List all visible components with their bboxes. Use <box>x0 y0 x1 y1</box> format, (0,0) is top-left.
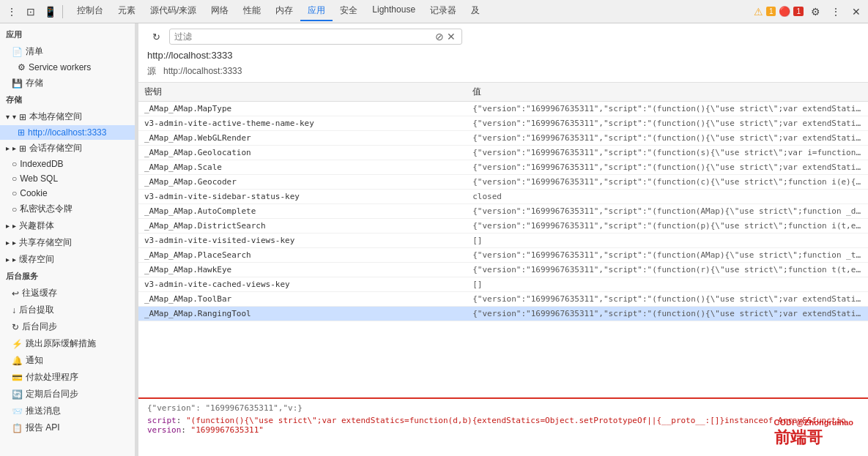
detail-header: {"version": "1699967635311","v:} <box>147 403 859 413</box>
sidebar-item-payment[interactable]: 💳 付款处理程序 <box>0 369 135 386</box>
tab-application[interactable]: 应用 <box>300 1 333 21</box>
table-cell-value: {"version":"1699967635311","script":"(fu… <box>467 204 868 219</box>
sidebar-section-app: 应用 <box>0 26 135 43</box>
content-area: ↻ ⊘ ✕ http://localhost:3333 源 http://loc… <box>138 23 868 456</box>
tab-security[interactable]: 安全 <box>333 1 365 21</box>
main-layout: 应用 📄 清单 ⚙ Service workers 💾 存储 存储 ▾ ⊞ 本地… <box>0 23 868 456</box>
dock-btn[interactable]: ⊡ <box>22 3 40 20</box>
error-count: 1 <box>793 7 804 16</box>
sidebar-item-bg-sync[interactable]: ↻ 后台同步 <box>0 318 135 335</box>
sidebar-item-service-workers[interactable]: ⚙ Service workers <box>0 60 135 75</box>
col-value[interactable]: 值 <box>467 83 868 102</box>
detail-line-version: version: "1699967635311" <box>147 425 859 435</box>
table-cell-key: v3-admin-vite-active-theme-name-key <box>138 116 467 131</box>
table-row[interactable]: v3-admin-vite-sidebar-status-keyclosed <box>138 190 868 204</box>
localhost-icon: ⊞ <box>18 127 25 138</box>
detail-val-script: "(function(){\"use strict\";var extendSt… <box>186 416 846 425</box>
table-row[interactable]: _AMap_AMap.Scale{"version":"169996763531… <box>138 160 868 175</box>
mobile-btn[interactable]: 📱 <box>41 3 59 20</box>
warning-count: 1 <box>766 7 776 16</box>
col-key[interactable]: 密钥 <box>138 83 467 102</box>
tab-more[interactable]: 及 <box>464 1 487 21</box>
notification-icon: 🔔 <box>12 356 23 366</box>
tab-performance[interactable]: 性能 <box>236 1 268 21</box>
sep1 <box>62 5 63 18</box>
table-row[interactable]: _AMap_AMap.Geolocation{"version":"169996… <box>138 146 868 160</box>
table-row[interactable]: _AMap_AMap.Geocoder{"version":"169996763… <box>138 175 868 190</box>
sidebar-item-notification[interactable]: 🔔 通知 <box>0 352 135 369</box>
table-row[interactable]: _AMap_AMap.AutoComplete{"version":"16999… <box>138 204 868 219</box>
table-cell-key: _AMap_AMap.RangingTool <box>138 307 467 321</box>
report-api-icon: 📋 <box>12 423 23 433</box>
table-cell-value: {"version":"1699967635311","script":"(fu… <box>467 131 868 146</box>
table-row[interactable]: _AMap_AMap.MapType{"version":"1699967635… <box>138 102 868 116</box>
table-cell-key: _AMap_AMap.PlaceSearch <box>138 248 467 263</box>
sidebar-item-back-cache[interactable]: ↩ 往返缓存 <box>0 285 135 302</box>
tab-elements[interactable]: 元素 <box>111 1 143 21</box>
tab-sources[interactable]: 源代码/来源 <box>143 1 204 21</box>
sidebar-group-session-storage[interactable]: ▸ ⊞ 会话存储空间 <box>0 140 135 157</box>
sidebar: 应用 📄 清单 ⚙ Service workers 💾 存储 存储 ▾ ⊞ 本地… <box>0 23 136 456</box>
filter-input[interactable] <box>174 31 434 42</box>
table-cell-value: {"version":"1699967635311","script":"(fu… <box>467 263 868 277</box>
table-cell-key: v3-admin-vite-sidebar-status-key <box>138 190 467 204</box>
table-row[interactable]: _AMap_AMap.ToolBar{"version":"1699967635… <box>138 292 868 307</box>
filter-clear-icon[interactable]: ⊘ <box>434 31 445 42</box>
private-token-icon: ○ <box>12 204 17 214</box>
table-cell-value: {"version":"1699967635311","script":"(fu… <box>467 175 868 190</box>
sidebar-group-local-storage[interactable]: ▾ ⊞ 本地存储空间 <box>0 108 135 125</box>
table-row[interactable]: v3-admin-vite-visited-views-key[] <box>138 233 868 248</box>
sidebar-item-storage-top[interactable]: 💾 存储 <box>0 75 135 91</box>
error-icon: 🔴 <box>779 6 790 17</box>
shared-storage-expand-icon: ▸ <box>12 239 16 247</box>
storage-top-icon: 💾 <box>12 78 23 89</box>
table-row[interactable]: _AMap_AMap.RangingTool{"version":"169996… <box>138 307 868 321</box>
close-btn[interactable]: ✕ <box>847 3 865 20</box>
toolbar-right: ⚠ 1 🔴 1 ⚙ ⋮ ✕ <box>754 3 865 20</box>
sidebar-item-report-api[interactable]: 📋 报告 API <box>0 419 135 436</box>
sidebar-item-bg-fetch[interactable]: ↓ 后台提取 <box>0 302 135 318</box>
table-row[interactable]: _AMap_AMap.DistrictSearch{"version":"169… <box>138 219 868 233</box>
table-row[interactable]: v3-admin-vite-active-theme-name-key{"ver… <box>138 116 868 131</box>
table-cell-value: {"version":"1699967635311","script":"(fu… <box>467 160 868 175</box>
sidebar-item-localhost-3333[interactable]: ⊞ http://localhost:3333 <box>0 125 135 140</box>
tab-lighthouse[interactable]: Lighthouse <box>365 1 423 21</box>
more-btn[interactable]: ⋮ <box>827 3 845 20</box>
table-row[interactable]: _AMap_AMap.WebGLRender{"version":"169996… <box>138 131 868 146</box>
sidebar-item-bounce-track[interactable]: ⚡ 跳出原际缓解措施 <box>0 335 135 352</box>
bounce-track-icon: ⚡ <box>12 339 23 349</box>
table-row[interactable]: v3-admin-vite-cached-views-key[] <box>138 277 868 292</box>
detail-key-script: script <box>147 416 177 425</box>
interest-expand-icon: ▸ <box>12 222 16 230</box>
sidebar-group-interest[interactable]: ▸ 兴趣群体 <box>0 217 135 234</box>
table-cell-value: {"version":"1699967635311","script":"(fu… <box>467 116 868 131</box>
sidebar-item-private-token[interactable]: ○ 私密状态令牌 <box>0 201 135 217</box>
detail-val-version: "1699967635311" <box>191 425 264 435</box>
table-row[interactable]: _AMap_AMap.PlaceSearch{"version":"169996… <box>138 248 868 263</box>
table-cell-value: [] <box>467 277 868 292</box>
sidebar-item-websql[interactable]: ○ Web SQL <box>0 171 135 186</box>
tab-memory[interactable]: 内存 <box>268 1 300 21</box>
sidebar-item-cookie[interactable]: ○ Cookie <box>0 186 135 201</box>
detail-panel: {"version": "1699967635311","v:} script:… <box>138 397 868 456</box>
settings-btn[interactable]: ⚙ <box>806 3 824 20</box>
devtools-menu-btn[interactable]: ⋮ <box>3 3 21 20</box>
sidebar-group-cache[interactable]: ▸ 缓存空间 <box>0 251 135 268</box>
tab-network[interactable]: 网络 <box>204 1 236 21</box>
refresh-btn[interactable]: ↻ <box>147 28 165 45</box>
sidebar-item-indexeddb[interactable]: ○ IndexedDB <box>0 157 135 171</box>
sidebar-item-push[interactable]: 📨 推送消息 <box>0 403 135 419</box>
url-display: http://localhost:3333 <box>147 48 859 62</box>
table-cell-value: [] <box>467 233 868 248</box>
table-cell-key: _AMap_AMap.HawkEye <box>138 263 467 277</box>
tab-console[interactable]: 控制台 <box>70 1 111 21</box>
detail-key-version: version <box>147 425 181 435</box>
tab-recorder[interactable]: 记录器 <box>423 1 464 21</box>
local-storage-expand-icon: ▾ <box>12 113 16 121</box>
sidebar-item-manifest[interactable]: 📄 清单 <box>0 43 135 60</box>
sidebar-item-periodic-sync[interactable]: 🔄 定期后台同步 <box>0 386 135 403</box>
sidebar-group-shared-storage[interactable]: ▸ 共享存储空间 <box>0 234 135 251</box>
filter-x-icon[interactable]: ✕ <box>445 31 457 42</box>
table-row[interactable]: _AMap_AMap.HawkEye{"version":"1699967635… <box>138 263 868 277</box>
session-storage-icon: ⊞ <box>19 143 26 154</box>
